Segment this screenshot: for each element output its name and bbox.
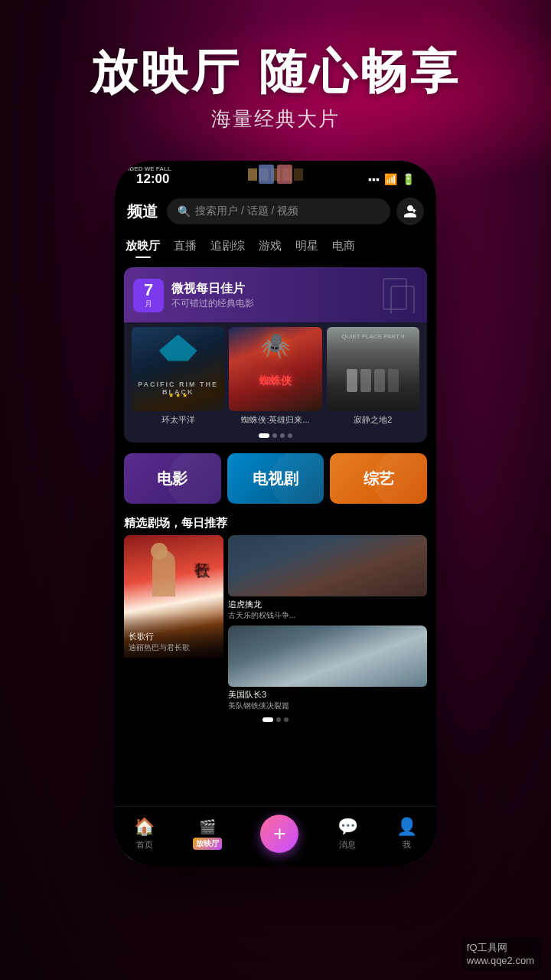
phone-mockup: 12:00 ▪▪▪ 📶 🔋 频道 🔍 搜索用户 / 话题 / 视频 — [115, 161, 436, 865]
movie-cards-row: PACIFIC RIM THE BLACK ★★★ 环太平洋 🕷️ 蜘蛛侠 — [124, 322, 427, 430]
poster-3: QUIET PLACE PART II — [327, 327, 419, 411]
dot-2 — [272, 433, 277, 438]
movie-card-2[interactable]: 🕷️ 蜘蛛侠 蜘蛛侠:英雄归来... — [229, 327, 321, 426]
battery-icon: 🔋 — [402, 173, 415, 185]
drama-card-2[interactable]: 追虎擒龙 追虎擒龙 古天乐的权钱斗争... — [228, 535, 427, 621]
app-nav-bar: 频道 🔍 搜索用户 / 话题 / 视频 — [115, 191, 436, 231]
movie-card-1[interactable]: PACIFIC RIM THE BLACK ★★★ 环太平洋 — [132, 327, 224, 426]
tab-live[interactable]: 直播 — [174, 236, 197, 256]
drama-label-3: 美国队长3 — [228, 689, 427, 701]
hero-title: 放映厅 随心畅享 — [0, 46, 551, 98]
section-header: 精选剧场，每日推荐 — [115, 510, 436, 535]
channel-title: 频道 — [127, 201, 158, 222]
search-icon: 🔍 — [178, 205, 191, 217]
tab-ecommerce[interactable]: 电商 — [332, 236, 355, 256]
hero-section: 放映厅 随心畅享 海量经典大片 — [0, 46, 551, 132]
banner-main-title: 微视每日佳片 — [171, 281, 254, 297]
drama-main-title: 长歌行 — [129, 631, 219, 642]
date-number: 7 — [144, 282, 153, 299]
poster-spiderman-text: 蜘蛛侠 — [229, 374, 321, 388]
message-icon: 💬 — [337, 817, 358, 837]
drama-label-2: 追虎擒龙 — [228, 599, 427, 610]
nav-item-profile[interactable]: 👤 我 — [396, 817, 417, 851]
profile-icon: 👤 — [396, 817, 417, 837]
bottom-nav: 🏠 首页 🎬 放映厅 + 💬 消息 👤 我 — [115, 806, 436, 865]
drama-cards-row: 长歌行 长歌行 迪丽热巴与君长歌 — [124, 535, 427, 711]
nav-label-message: 消息 — [339, 839, 356, 851]
watermark-line1: fQ工具网 — [467, 941, 534, 955]
drama-main-subtitle: 迪丽热巴与君长歌 — [129, 642, 219, 653]
dot-4 — [288, 433, 292, 438]
content-area: 7 月 微视每日佳片 不可错过的经典电影 — [115, 261, 436, 727]
svg-rect-0 — [383, 279, 406, 309]
movie-label-2: 蜘蛛侠:英雄归来... — [229, 414, 321, 426]
cat-card-movie[interactable]: 电影 — [124, 453, 221, 504]
dot-3 — [280, 433, 285, 438]
nav-label-home: 首页 — [136, 839, 153, 851]
tab-fmyt[interactable]: 放映厅 — [126, 236, 160, 256]
drama-dot-3 — [284, 717, 289, 722]
date-badge: 7 月 — [133, 279, 164, 312]
watermark: fQ工具网 www.qqe2.com — [461, 938, 540, 969]
cat-card-tv[interactable]: 电视剧 — [227, 453, 324, 504]
tab-game[interactable]: 游戏 — [259, 236, 282, 256]
signal-icon: ▪▪▪ — [368, 173, 380, 185]
cat-label-variety: 综艺 — [364, 469, 394, 489]
watermark-line2: www.qqe2.com — [467, 955, 534, 966]
tab-star[interactable]: 明星 — [295, 236, 318, 256]
banner-title-group: 微视每日佳片 不可错过的经典电影 — [171, 281, 254, 310]
drama-poster-2: 追虎擒龙 — [228, 535, 427, 596]
poster-1: PACIFIC RIM THE BLACK ★★★ — [132, 327, 224, 411]
status-time: 12:00 — [136, 172, 169, 187]
cat-card-variety[interactable]: 综艺 — [330, 453, 427, 504]
featured-banner[interactable]: 7 月 微视每日佳片 不可错过的经典电影 — [124, 267, 427, 443]
phone-screen: 12:00 ▪▪▪ 📶 🔋 频道 🔍 搜索用户 / 话题 / 视频 — [115, 161, 436, 865]
poster-rating-1: ★★★ — [168, 392, 187, 399]
carousel-dots — [124, 433, 427, 438]
cat-label-movie: 电影 — [157, 469, 187, 489]
status-icons: ▪▪▪ 📶 🔋 — [368, 173, 415, 185]
drama-dot-1 — [262, 717, 273, 722]
drama-dots — [124, 717, 427, 722]
cat-label-tv: 电视剧 — [253, 469, 298, 489]
tab-series[interactable]: 追剧综 — [210, 236, 245, 256]
wifi-icon: 📶 — [384, 173, 397, 185]
drama-card-3[interactable]: DIVIDED WE FALL 美国队长3 美国队长3 美队钢铁侠决裂篇 — [228, 626, 427, 711]
drama-sublabel-2: 古天乐的权钱斗争... — [228, 610, 427, 621]
movie-label-3: 寂静之地2 — [327, 414, 419, 426]
cinema-icon: 🎬 — [199, 818, 216, 835]
drama-main-overlay: 长歌行 迪丽热巴与君长歌 — [124, 613, 223, 658]
nav-add-button[interactable]: + — [260, 815, 298, 853]
nav-item-cinema[interactable]: 🎬 放映厅 — [193, 818, 222, 850]
date-month: 月 — [145, 299, 152, 309]
drama-card-main[interactable]: 长歌行 长歌行 迪丽热巴与君长歌 — [124, 535, 223, 711]
nav-label-cinema: 放映厅 — [193, 838, 222, 850]
poster-2: 🕷️ 蜘蛛侠 — [229, 327, 321, 411]
category-cards: 电影 电视剧 综艺 — [115, 449, 436, 510]
movie-card-3[interactable]: QUIET PLACE PART II 寂静之地2 — [327, 327, 419, 426]
nav-item-message[interactable]: 💬 消息 — [337, 817, 358, 851]
banner-header: 7 月 微视每日佳片 不可错过的经典电影 — [124, 267, 427, 322]
category-tabs: 放映厅 直播 追剧综 游戏 明星 电商 — [115, 231, 436, 261]
drama-poster-3: DIVIDED WE FALL 美国队长3 — [228, 626, 427, 687]
drama-right-col: 追虎擒龙 追虎擒龙 古天乐的权钱斗争... — [228, 535, 427, 711]
nav-label-profile: 我 — [403, 839, 411, 851]
drama-sublabel-3: 美队钢铁侠决裂篇 — [228, 701, 427, 711]
add-user-button[interactable] — [396, 198, 424, 225]
nav-item-home[interactable]: 🏠 首页 — [134, 817, 155, 851]
banner-sub-title: 不可错过的经典电影 — [171, 297, 254, 310]
search-bar[interactable]: 🔍 搜索用户 / 话题 / 视频 — [167, 198, 390, 224]
hero-subtitle: 海量经典大片 — [0, 106, 551, 132]
search-placeholder-text: 搜索用户 / 话题 / 视频 — [195, 204, 298, 218]
dot-1 — [259, 433, 269, 438]
movie-label-1: 环太平洋 — [132, 414, 224, 426]
home-icon: 🏠 — [134, 817, 155, 837]
drama-section: 长歌行 长歌行 迪丽热巴与君长歌 — [115, 535, 436, 722]
drama-poster-main: 长歌行 长歌行 迪丽热巴与君长歌 — [124, 535, 223, 658]
banner-icon — [380, 275, 418, 316]
drama-dot-2 — [276, 717, 281, 722]
